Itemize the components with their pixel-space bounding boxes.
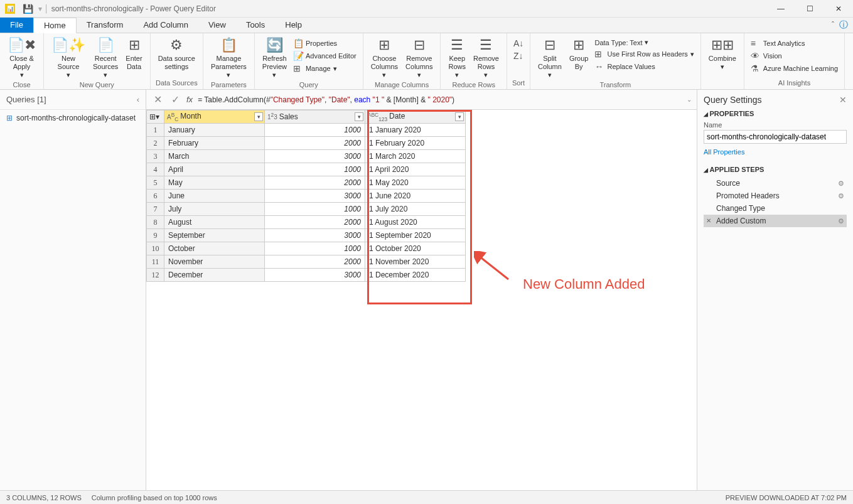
tab-home[interactable]: Home bbox=[33, 18, 77, 33]
tab-tools[interactable]: Tools bbox=[236, 18, 275, 33]
cell-date[interactable]: 1 May 2020 bbox=[365, 176, 466, 190]
row-number[interactable]: 8 bbox=[147, 216, 164, 229]
cell-date[interactable]: 1 March 2020 bbox=[365, 150, 466, 163]
properties-button[interactable]: 📋Properties bbox=[291, 37, 359, 50]
data-grid[interactable]: ⊞▾ ABCMonth▾ 123Sales▾ ABC123Date▾ 1 Jan… bbox=[146, 110, 697, 491]
tab-transform[interactable]: Transform bbox=[77, 18, 134, 33]
sort-asc-button[interactable]: A↓ bbox=[511, 37, 526, 50]
table-row[interactable]: 3 March 3000 1 March 2020 bbox=[147, 150, 466, 163]
cell-sales[interactable]: 1000 bbox=[265, 124, 365, 137]
column-header-date[interactable]: ABC123Date▾ bbox=[365, 110, 466, 124]
combine-button[interactable]: ⊞⊞Combine▾ bbox=[705, 35, 740, 72]
row-number[interactable]: 3 bbox=[147, 150, 164, 163]
enter-data-button[interactable]: ⊞Enter Data bbox=[122, 35, 146, 72]
cell-month[interactable]: April bbox=[164, 163, 265, 176]
column-header-sales[interactable]: 123Sales▾ bbox=[265, 110, 365, 124]
cell-sales[interactable]: 2000 bbox=[265, 137, 365, 150]
applied-step[interactable]: Source⚙ bbox=[704, 177, 847, 190]
cell-sales[interactable]: 3000 bbox=[265, 190, 365, 203]
table-row[interactable]: 12 December 3000 1 December 2020 bbox=[147, 269, 466, 282]
cell-sales[interactable]: 2000 bbox=[265, 176, 365, 190]
data-source-settings-button[interactable]: ⚙Data source settings bbox=[154, 35, 199, 72]
group-by-button[interactable]: ⊞Group By bbox=[566, 35, 593, 72]
cell-sales[interactable]: 3000 bbox=[265, 229, 365, 242]
cell-month[interactable]: June bbox=[164, 190, 265, 203]
cell-date[interactable]: 1 February 2020 bbox=[365, 137, 466, 150]
minimize-button[interactable]: — bbox=[766, 0, 795, 18]
replace-values-button[interactable]: ↔Replace Values bbox=[592, 60, 696, 73]
cell-date[interactable]: 1 January 2020 bbox=[365, 124, 466, 137]
table-row[interactable]: 5 May 2000 1 May 2020 bbox=[147, 176, 466, 190]
cell-date[interactable]: 1 July 2020 bbox=[365, 203, 466, 216]
cell-sales[interactable]: 1000 bbox=[265, 203, 365, 216]
applied-step[interactable]: Added Custom⚙ bbox=[704, 215, 847, 227]
gear-icon[interactable]: ⚙ bbox=[838, 192, 844, 200]
row-number[interactable]: 9 bbox=[147, 229, 164, 242]
table-menu-button[interactable]: ⊞▾ bbox=[147, 110, 164, 124]
split-column-button[interactable]: ⊟Split Column▾ bbox=[534, 35, 566, 81]
vision-button[interactable]: 👁Vision bbox=[748, 50, 840, 62]
data-type-button[interactable]: Data Type: Text ▾ bbox=[592, 37, 696, 48]
tab-view[interactable]: View bbox=[198, 18, 236, 33]
remove-rows-button[interactable]: ☰Remove Rows▾ bbox=[469, 35, 503, 81]
cell-month[interactable]: August bbox=[164, 216, 265, 229]
cell-date[interactable]: 1 August 2020 bbox=[365, 216, 466, 229]
cancel-formula-icon[interactable]: ✕ bbox=[151, 94, 164, 105]
manage-button[interactable]: ⊞Manage ▾ bbox=[291, 62, 359, 75]
cell-date[interactable]: 1 April 2020 bbox=[365, 163, 466, 176]
tab-help[interactable]: Help bbox=[275, 18, 312, 33]
properties-section[interactable]: PROPERTIES bbox=[704, 110, 847, 117]
accept-formula-icon[interactable]: ✓ bbox=[169, 94, 181, 105]
table-row[interactable]: 10 October 1000 1 October 2020 bbox=[147, 242, 466, 255]
cell-date[interactable]: 1 November 2020 bbox=[365, 255, 466, 269]
cell-date[interactable]: 1 September 2020 bbox=[365, 229, 466, 242]
recent-sources-button[interactable]: 📄Recent Sources▾ bbox=[89, 35, 122, 81]
refresh-preview-button[interactable]: 🔄Refresh Preview▾ bbox=[259, 35, 291, 81]
close-button[interactable]: ✕ bbox=[824, 0, 853, 18]
row-number[interactable]: 12 bbox=[147, 269, 164, 282]
column-header-month[interactable]: ABCMonth▾ bbox=[164, 110, 265, 124]
filter-date-icon[interactable]: ▾ bbox=[455, 112, 464, 121]
cell-month[interactable]: September bbox=[164, 229, 265, 242]
row-number[interactable]: 6 bbox=[147, 190, 164, 203]
applied-step[interactable]: Promoted Headers⚙ bbox=[704, 190, 847, 202]
row-number[interactable]: 4 bbox=[147, 163, 164, 176]
close-apply-button[interactable]: 📄✖Close & Apply▾ bbox=[4, 35, 40, 81]
applied-step[interactable]: Changed Type bbox=[704, 202, 847, 215]
sort-desc-button[interactable]: Z↓ bbox=[511, 50, 526, 62]
cell-sales[interactable]: 1000 bbox=[265, 242, 365, 255]
cell-month[interactable]: May bbox=[164, 176, 265, 190]
cell-month[interactable]: March bbox=[164, 150, 265, 163]
azure-ml-button[interactable]: ⚗Azure Machine Learning bbox=[748, 62, 840, 75]
row-number[interactable]: 11 bbox=[147, 255, 164, 269]
gear-icon[interactable]: ⚙ bbox=[838, 217, 844, 225]
cell-sales[interactable]: 3000 bbox=[265, 269, 365, 282]
keep-rows-button[interactable]: ☰Keep Rows▾ bbox=[444, 35, 469, 81]
query-name-input[interactable] bbox=[704, 130, 847, 144]
help-icon[interactable]: ⓘ bbox=[839, 19, 848, 31]
formula-expand-icon[interactable]: ⌄ bbox=[687, 96, 692, 103]
filter-sales-icon[interactable]: ▾ bbox=[355, 112, 363, 121]
close-settings-icon[interactable]: ✕ bbox=[839, 95, 847, 105]
table-row[interactable]: 7 July 1000 1 July 2020 bbox=[147, 203, 466, 216]
save-icon[interactable]: 💾 bbox=[23, 4, 33, 14]
cell-month[interactable]: July bbox=[164, 203, 265, 216]
all-properties-link[interactable]: All Properties bbox=[704, 148, 744, 156]
cell-month[interactable]: November bbox=[164, 255, 265, 269]
tab-file[interactable]: File bbox=[0, 18, 33, 33]
collapse-queries-icon[interactable]: ‹ bbox=[137, 95, 139, 104]
row-number[interactable]: 5 bbox=[147, 176, 164, 190]
advanced-editor-button[interactable]: 📝Advanced Editor bbox=[291, 50, 359, 62]
cell-sales[interactable]: 2000 bbox=[265, 255, 365, 269]
table-row[interactable]: 9 September 3000 1 September 2020 bbox=[147, 229, 466, 242]
applied-steps-section[interactable]: APPLIED STEPS bbox=[704, 166, 847, 173]
collapse-ribbon-icon[interactable]: ˆ bbox=[832, 21, 834, 29]
row-number[interactable]: 10 bbox=[147, 242, 164, 255]
filter-month-icon[interactable]: ▾ bbox=[254, 112, 263, 121]
cell-month[interactable]: January bbox=[164, 124, 265, 137]
row-number[interactable]: 2 bbox=[147, 137, 164, 150]
table-row[interactable]: 2 February 2000 1 February 2020 bbox=[147, 137, 466, 150]
tab-add-column[interactable]: Add Column bbox=[133, 18, 198, 33]
cell-month[interactable]: February bbox=[164, 137, 265, 150]
table-row[interactable]: 4 April 1000 1 April 2020 bbox=[147, 163, 466, 176]
